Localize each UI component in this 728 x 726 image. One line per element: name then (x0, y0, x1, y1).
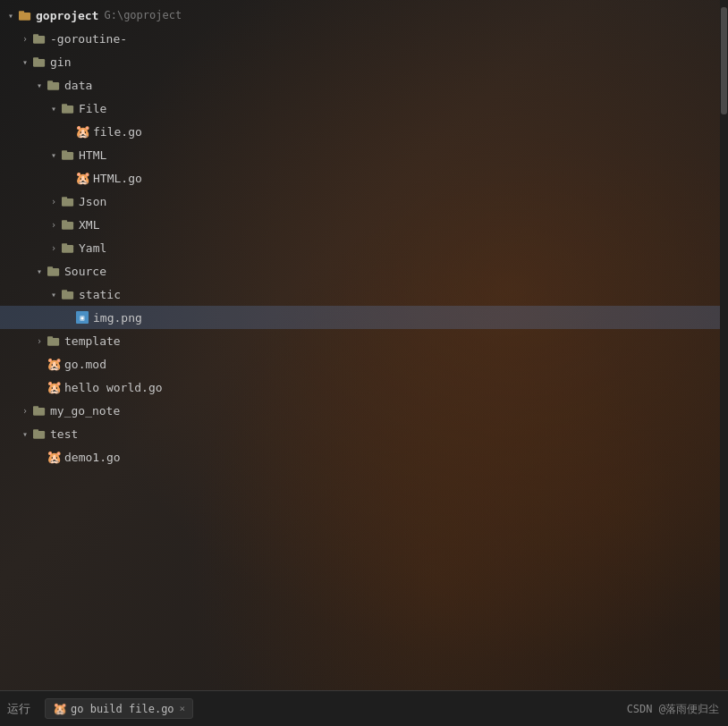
tree-item-img-png[interactable]: ▣ img.png (0, 306, 720, 329)
chevron-file-folder (47, 101, 61, 115)
go-mod-label: go.mod (64, 358, 106, 371)
chevron-static-folder (47, 287, 61, 301)
tree-item-hello-world-go[interactable]: 🐹 hello world.go (0, 376, 720, 399)
chevron-yaml-folder (47, 241, 61, 255)
svg-rect-11 (62, 150, 67, 154)
tree-item-html-folder[interactable]: HTML (0, 143, 720, 166)
scrollbar-thumb[interactable] (721, 7, 727, 114)
html-folder-label: HTML (79, 148, 106, 162)
static-folder-label: static (79, 288, 121, 301)
svg-rect-13 (62, 197, 67, 200)
bottom-bar: 运行 🐹 go build file.go × (0, 690, 728, 726)
chevron-goroutine (18, 31, 32, 46)
chevron-goproject (4, 8, 18, 22)
tree-item-my-go-note[interactable]: my_go_note (0, 399, 720, 422)
yaml-folder-label: Yaml (79, 241, 106, 255)
tree-item-demo1-go[interactable]: 🐹 demo1.go (0, 445, 720, 469)
folder-icon-xml (61, 217, 75, 232)
img-png-label: img.png (93, 311, 142, 325)
folder-icon-json (61, 194, 75, 208)
file-folder-label: File (79, 102, 106, 115)
svg-rect-5 (33, 57, 38, 61)
build-tab-label: go build file.go (71, 703, 174, 715)
svg-rect-17 (62, 243, 67, 247)
tree-container: goproject G:\goproject -goroutine- (0, 0, 720, 472)
tree-item-file-go[interactable]: 🐹 file.go (0, 120, 720, 143)
chevron-my-go-note (18, 403, 32, 418)
build-tab-go-icon: 🐹 (53, 702, 67, 715)
file-tree-sidebar: goproject G:\goproject -goroutine- (0, 0, 720, 680)
tree-item-static-folder[interactable]: static (0, 283, 720, 306)
chevron-xml-folder (47, 217, 61, 232)
go-mod-icon: 🐹 (47, 357, 61, 371)
go-gopher-icon-file-go: 🐹 (75, 124, 89, 139)
run-label: 运行 (7, 701, 30, 717)
goroutine-label: -goroutine- (50, 32, 127, 46)
go-gopher-icon-hello: 🐹 (47, 380, 61, 394)
template-folder-label: template (64, 334, 121, 348)
my-go-note-label: my_go_note (50, 404, 120, 418)
goproject-label: goproject (36, 9, 98, 22)
svg-rect-9 (62, 104, 67, 107)
test-folder-label: test (50, 427, 78, 441)
tree-item-json-folder[interactable]: Json (0, 190, 720, 213)
json-folder-label: Json (79, 195, 106, 208)
go-gopher-icon-html-go: 🐹 (75, 171, 89, 185)
html-go-label: HTML.go (93, 172, 142, 185)
tree-item-goproject[interactable]: goproject G:\goproject (0, 4, 720, 27)
tree-item-yaml-folder[interactable]: Yaml (0, 236, 720, 259)
chevron-data (32, 78, 47, 92)
build-tab-close[interactable]: × (180, 703, 186, 714)
svg-rect-27 (33, 429, 38, 433)
tree-item-go-mod[interactable]: 🐹 go.mod (0, 352, 720, 376)
chevron-gin (18, 55, 32, 69)
folder-icon-source (47, 264, 61, 278)
svg-rect-1 (19, 11, 24, 14)
tree-item-test-folder[interactable]: test (0, 422, 720, 445)
scrollbar[interactable] (720, 0, 728, 680)
svg-rect-7 (47, 80, 53, 84)
chevron-test-folder (18, 426, 32, 441)
svg-rect-3 (33, 34, 38, 38)
go-gopher-icon-demo1: 🐹 (47, 450, 61, 464)
svg-rect-15 (62, 220, 67, 224)
tree-item-source-folder[interactable]: Source (0, 259, 720, 283)
svg-rect-25 (33, 406, 38, 409)
chevron-html-folder (47, 148, 61, 162)
demo1-go-label: demo1.go (64, 451, 121, 464)
folder-icon-my-go-note (32, 403, 47, 418)
tree-item-data[interactable]: data (0, 73, 720, 97)
tree-item-gin[interactable]: gin (0, 50, 720, 73)
tree-item-xml-folder[interactable]: XML (0, 213, 720, 236)
run-button[interactable]: 运行 (7, 701, 30, 717)
folder-icon-goproject (18, 8, 32, 22)
xml-folder-label: XML (79, 218, 99, 232)
folder-icon-gin (32, 55, 47, 69)
folder-icon-html (61, 148, 75, 162)
folder-icon-static (61, 287, 75, 301)
gin-label: gin (50, 55, 71, 69)
tree-item-file-folder[interactable]: File (0, 97, 720, 120)
source-folder-label: Source (64, 265, 106, 278)
tree-item-goroutine[interactable]: -goroutine- (0, 27, 720, 50)
tree-item-template-folder[interactable]: template (0, 329, 720, 352)
svg-rect-21 (62, 290, 67, 293)
folder-icon-goroutine (32, 31, 47, 46)
chevron-template-folder (32, 333, 47, 348)
tree-item-html-go[interactable]: 🐹 HTML.go (0, 166, 720, 190)
folder-icon-file (61, 101, 75, 115)
svg-rect-19 (47, 266, 53, 270)
chevron-json-folder (47, 194, 61, 208)
chevron-source-folder (32, 264, 47, 278)
folder-icon-template (47, 333, 61, 348)
data-label: data (64, 79, 92, 92)
folder-icon-data (47, 78, 61, 92)
svg-rect-23 (47, 336, 53, 340)
build-tab[interactable]: 🐹 go build file.go × (45, 698, 193, 719)
file-go-label: file.go (93, 125, 142, 139)
hello-world-go-label: hello world.go (64, 381, 163, 394)
watermark: CSDN @落雨便归尘 (627, 702, 719, 717)
img-file-icon: ▣ (75, 310, 89, 325)
goproject-path: G:\goproject (104, 9, 182, 21)
folder-icon-test (32, 426, 47, 441)
